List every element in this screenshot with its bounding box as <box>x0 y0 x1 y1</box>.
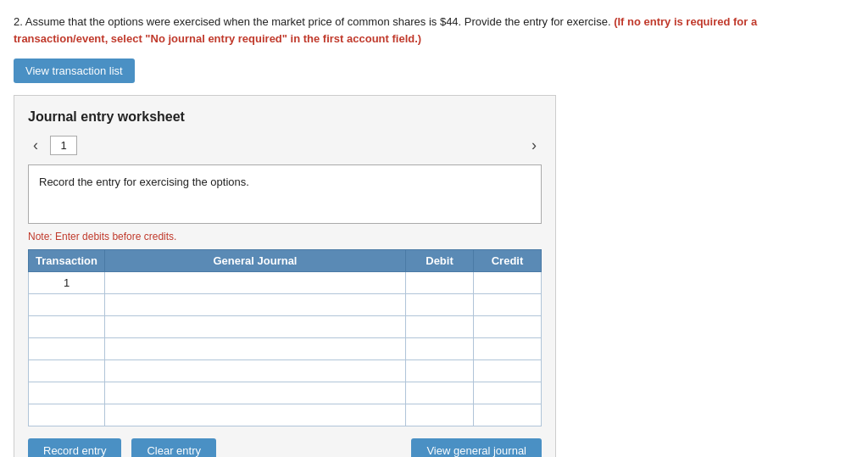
debit-cell[interactable] <box>406 316 474 338</box>
nav-row: ‹ 1 › <box>28 135 542 156</box>
credit-cell[interactable] <box>474 404 542 426</box>
journal-table: Transaction General Journal Debit Credit… <box>28 249 542 426</box>
general-journal-cell[interactable] <box>105 404 406 426</box>
debit-cell[interactable] <box>406 272 474 294</box>
debit-input[interactable] <box>406 360 473 382</box>
note-text: Note: Enter debits before credits. <box>28 231 542 242</box>
general-journal-input[interactable] <box>105 272 405 293</box>
record-entry-button[interactable]: Record entry <box>28 438 121 457</box>
transaction-cell <box>29 338 105 360</box>
general-journal-input[interactable] <box>105 360 405 382</box>
debit-input[interactable] <box>406 382 473 404</box>
general-journal-cell[interactable] <box>105 316 406 338</box>
table-row <box>29 316 542 338</box>
debit-input[interactable] <box>406 294 473 315</box>
credit-cell[interactable] <box>474 382 542 404</box>
general-journal-cell[interactable] <box>105 294 406 316</box>
debit-input[interactable] <box>406 316 473 337</box>
credit-input[interactable] <box>474 404 541 426</box>
general-journal-input[interactable] <box>105 294 405 315</box>
general-journal-input[interactable] <box>105 404 405 426</box>
view-transaction-button[interactable]: View transaction list <box>14 59 135 83</box>
general-journal-input[interactable] <box>105 338 405 359</box>
table-row <box>29 338 542 360</box>
credit-input[interactable] <box>474 294 541 315</box>
table-row <box>29 404 542 426</box>
prev-page-button[interactable]: ‹ <box>28 135 43 156</box>
button-row: Record entry Clear entry View general jo… <box>28 438 542 457</box>
table-row: 1 <box>29 272 542 294</box>
credit-input[interactable] <box>474 360 541 382</box>
credit-input[interactable] <box>474 272 541 293</box>
table-row <box>29 382 542 404</box>
credit-cell[interactable] <box>474 338 542 360</box>
credit-cell[interactable] <box>474 316 542 338</box>
clear-entry-button[interactable]: Clear entry <box>131 438 216 457</box>
debit-input[interactable] <box>406 272 473 293</box>
description-text: Record the entry for exercising the opti… <box>39 176 249 188</box>
page-number: 1 <box>50 136 77 155</box>
table-row <box>29 360 542 382</box>
next-page-button[interactable]: › <box>526 135 542 156</box>
transaction-cell <box>29 294 105 316</box>
transaction-cell: 1 <box>29 272 105 294</box>
debit-cell[interactable] <box>406 294 474 316</box>
debit-input[interactable] <box>406 404 473 426</box>
col-header-debit: Debit <box>406 250 474 272</box>
credit-input[interactable] <box>474 338 541 359</box>
question-text: 2. Assume that the options were exercise… <box>14 14 776 47</box>
debit-cell[interactable] <box>406 404 474 426</box>
col-header-transaction: Transaction <box>29 250 105 272</box>
worksheet-container: Journal entry worksheet ‹ 1 › Record the… <box>14 95 556 457</box>
general-journal-cell[interactable] <box>105 338 406 360</box>
view-general-journal-button[interactable]: View general journal <box>411 438 542 457</box>
transaction-cell <box>29 360 105 382</box>
credit-input[interactable] <box>474 316 541 337</box>
debit-cell[interactable] <box>406 360 474 382</box>
general-journal-cell[interactable] <box>105 272 406 294</box>
general-journal-cell[interactable] <box>105 360 406 382</box>
general-journal-input[interactable] <box>105 382 405 404</box>
table-row <box>29 294 542 316</box>
credit-cell[interactable] <box>474 294 542 316</box>
transaction-cell <box>29 382 105 404</box>
general-journal-input[interactable] <box>105 316 405 337</box>
debit-cell[interactable] <box>406 382 474 404</box>
transaction-cell <box>29 316 105 338</box>
col-header-credit: Credit <box>474 250 542 272</box>
credit-cell[interactable] <box>474 360 542 382</box>
transaction-cell <box>29 404 105 426</box>
debit-input[interactable] <box>406 338 473 359</box>
credit-cell[interactable] <box>474 272 542 294</box>
credit-input[interactable] <box>474 382 541 404</box>
description-box: Record the entry for exercising the opti… <box>28 164 542 224</box>
col-header-general-journal: General Journal <box>105 250 406 272</box>
worksheet-title: Journal entry worksheet <box>28 109 542 125</box>
debit-cell[interactable] <box>406 338 474 360</box>
general-journal-cell[interactable] <box>105 382 406 404</box>
